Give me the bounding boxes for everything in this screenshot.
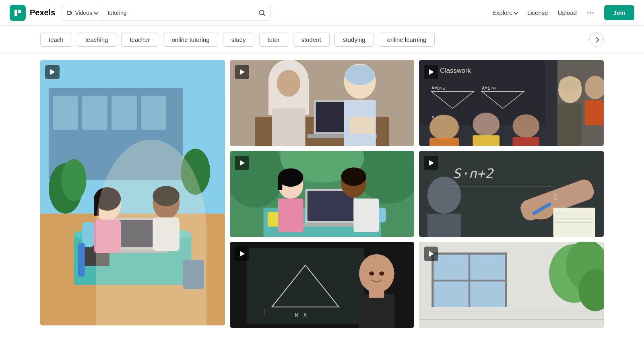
svg-rect-54 [308, 191, 354, 221]
chevron-right-icon [594, 37, 599, 43]
svg-point-4 [588, 12, 589, 13]
search-input[interactable] [103, 5, 254, 21]
svg-text:A=b×w: A=b×w [432, 85, 446, 91]
svg-text:|: | [263, 309, 266, 315]
play-button[interactable] [424, 65, 438, 79]
svg-rect-0 [14, 10, 17, 16]
video-thumbnail-bald-teacher[interactable]: M A | [230, 242, 415, 328]
svg-point-29 [153, 187, 180, 219]
svg-rect-16 [40, 214, 225, 325]
search-type-button[interactable]: Videos [62, 5, 103, 21]
video-thumbnail-classroom[interactable]: Classwork A=b×w A=L×w A=b×k [419, 60, 604, 146]
svg-point-45 [345, 65, 375, 85]
thumbnail-image [230, 151, 415, 237]
license-link[interactable]: License [527, 9, 548, 16]
svg-text:S·n+2: S·n+2 [453, 166, 494, 181]
svg-rect-32 [78, 243, 85, 276]
svg-point-14 [61, 159, 87, 201]
search-bar: Videos [62, 5, 271, 21]
thumbnail-image [419, 242, 604, 328]
svg-point-31 [153, 186, 180, 206]
svg-text:Classwork: Classwork [440, 67, 471, 74]
svg-point-15 [181, 149, 210, 195]
svg-rect-30 [153, 218, 180, 251]
svg-point-89 [513, 114, 540, 138]
svg-rect-28 [94, 199, 99, 216]
svg-rect-9 [53, 96, 78, 130]
logo-link[interactable]: Pexels [10, 5, 55, 21]
thumbnail-image [40, 60, 225, 325]
svg-text:A: A [303, 312, 307, 319]
svg-rect-65 [353, 198, 379, 232]
join-button[interactable]: Join [604, 5, 634, 20]
more-button[interactable] [586, 9, 594, 17]
tag-tutor[interactable]: tutor [259, 33, 288, 47]
tag-teaching[interactable]: teaching [77, 33, 117, 47]
svg-rect-90 [513, 137, 540, 146]
explore-link[interactable]: Explore [492, 9, 518, 16]
svg-rect-99 [427, 214, 461, 237]
search-type-label: Videos [75, 10, 92, 16]
tag-teacher[interactable]: teacher [121, 33, 158, 47]
svg-rect-21 [105, 250, 168, 253]
svg-rect-20 [114, 220, 160, 247]
svg-rect-11 [111, 96, 137, 130]
header: Pexels Videos Explore License Uplo [0, 0, 644, 26]
svg-rect-12 [141, 96, 166, 130]
tags-next-button[interactable] [589, 32, 604, 47]
thumbnail-image: Classwork A=b×w A=L×w A=b×k [419, 60, 604, 146]
video-thumbnail-outdoor-study[interactable] [40, 60, 225, 325]
svg-rect-43 [272, 109, 305, 146]
svg-rect-61 [278, 177, 282, 190]
more-icon [586, 9, 594, 17]
tag-student[interactable]: student [293, 33, 330, 47]
header-nav: Explore License Upload Join [492, 5, 634, 20]
search-icon [258, 9, 266, 16]
play-button[interactable] [424, 156, 438, 170]
svg-rect-26 [94, 220, 121, 253]
svg-rect-93 [585, 100, 604, 125]
tag-studying[interactable]: studying [334, 33, 374, 47]
play-button[interactable] [45, 65, 60, 79]
play-button[interactable] [235, 65, 249, 79]
tag-online-tutoring[interactable]: online tutoring [163, 33, 218, 47]
video-thumbnail-outdoor2[interactable] [230, 151, 415, 237]
svg-point-75 [379, 272, 384, 276]
svg-point-64 [341, 167, 366, 186]
tag-teach[interactable]: teach [40, 33, 72, 47]
upload-link[interactable]: Upload [558, 9, 577, 16]
svg-point-3 [260, 10, 264, 14]
svg-point-71 [359, 254, 394, 293]
tags-bar: teach teaching teacher online tutoring s… [0, 26, 644, 53]
svg-rect-47 [349, 117, 375, 134]
thumbnail-image [230, 60, 415, 146]
svg-point-42 [277, 70, 300, 97]
search-type-chevron [94, 10, 98, 14]
svg-point-6 [592, 12, 594, 13]
video-thumbnail-outdoor3[interactable] [419, 242, 604, 328]
video-icon [67, 10, 72, 16]
svg-rect-72 [359, 294, 394, 328]
svg-point-101 [528, 204, 553, 220]
play-button[interactable] [424, 247, 438, 261]
svg-rect-62 [278, 198, 303, 232]
tag-study[interactable]: study [223, 33, 254, 47]
svg-rect-88 [473, 135, 500, 146]
svg-point-98 [427, 177, 461, 214]
thumbnail-image: M A | [230, 242, 415, 328]
video-thumbnail-chalkboard[interactable]: S·n+2 2 [419, 151, 604, 237]
svg-text:A=L×w: A=L×w [482, 85, 496, 91]
play-button[interactable] [235, 247, 249, 261]
svg-rect-73 [369, 289, 384, 298]
video-thumbnail-hijab[interactable] [230, 60, 415, 146]
svg-point-87 [473, 113, 500, 136]
svg-rect-10 [82, 96, 107, 130]
play-button[interactable] [235, 156, 249, 170]
grid-column-1 [40, 60, 225, 328]
svg-rect-1 [18, 10, 21, 13]
search-submit-button[interactable] [254, 9, 270, 16]
tag-online-learning[interactable]: online learning [379, 33, 435, 47]
grid-column-3: Classwork A=b×w A=L×w A=b×k [419, 60, 604, 328]
logo-icon [10, 5, 26, 21]
svg-rect-2 [67, 11, 71, 14]
